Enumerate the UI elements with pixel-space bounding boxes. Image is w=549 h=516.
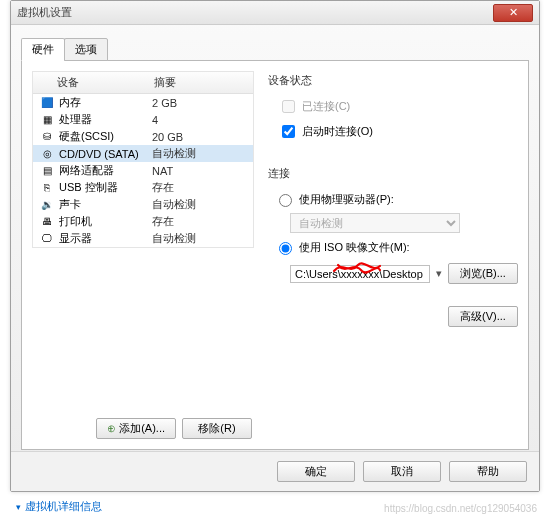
iso-path-input[interactable] [290, 265, 430, 283]
col-summary: 摘要 [148, 72, 182, 93]
device-summary: 20 GB [148, 131, 253, 143]
printer-icon: 🖶 [39, 215, 55, 229]
device-summary: 存在 [148, 180, 253, 195]
close-button[interactable]: ✕ [493, 4, 533, 22]
device-name: 硬盘(SCSI) [59, 129, 114, 144]
table-body: 🟦内存2 GB▦处理器4⛁硬盘(SCSI)20 GB◎CD/DVD (SATA)… [33, 94, 253, 247]
connect-on-label: 启动时连接(O) [302, 124, 373, 139]
connected-label: 已连接(C) [302, 99, 350, 114]
iso-label: 使用 ISO 映像文件(M): [299, 240, 410, 255]
watermark: https://blog.csdn.net/cg129054036 [384, 503, 537, 514]
device-name: USB 控制器 [59, 180, 118, 195]
iso-radio[interactable] [279, 242, 292, 255]
add-device-button[interactable]: ⊕ 添加(A)... [96, 418, 176, 439]
device-summary: 存在 [148, 214, 253, 229]
left-column: 设备 摘要 🟦内存2 GB▦处理器4⛁硬盘(SCSI)20 GB◎CD/DVD … [32, 71, 254, 439]
device-summary: 自动检测 [148, 231, 253, 246]
right-column: 设备状态 已连接(C) 启动时连接(O) 连接 使用物理驱动器(P): [268, 71, 518, 439]
table-row[interactable]: 🖵显示器自动检测 [33, 230, 253, 247]
device-summary: 自动检测 [148, 146, 253, 161]
titlebar: 虚拟机设置 ✕ [11, 1, 539, 25]
phys-drive-select: 自动检测 [290, 213, 460, 233]
ok-button[interactable]: 确定 [277, 461, 355, 482]
close-icon: ✕ [509, 6, 518, 18]
connect-on-checkbox-row[interactable]: 启动时连接(O) [278, 121, 518, 142]
device-name: 显示器 [59, 231, 92, 246]
table-row[interactable]: ▦处理器4 [33, 111, 253, 128]
browse-button[interactable]: 浏览(B)... [448, 263, 518, 284]
device-name: 处理器 [59, 112, 92, 127]
tab-options[interactable]: 选项 [64, 38, 108, 61]
tab-hardware[interactable]: 硬件 [21, 38, 65, 61]
add-icon: ⊕ [107, 422, 116, 434]
vm-detail-link[interactable]: ▾虚拟机详细信息 [16, 499, 102, 514]
connect-on-checkbox[interactable] [282, 125, 295, 138]
memory-icon: 🟦 [39, 96, 55, 110]
tab-strip: 硬件 选项 [21, 38, 529, 61]
phys-drive-radio[interactable] [279, 194, 292, 207]
device-summary: 4 [148, 114, 253, 126]
triangle-icon: ▾ [16, 502, 21, 512]
advanced-row: 高级(V)... [268, 306, 518, 327]
device-name: CD/DVD (SATA) [59, 148, 139, 160]
cpu-icon: ▦ [39, 113, 55, 127]
device-name: 打印机 [59, 214, 92, 229]
display-icon: 🖵 [39, 232, 55, 246]
dialog-button-bar: 确定 取消 帮助 [11, 451, 539, 491]
status-title: 设备状态 [268, 73, 518, 88]
window-title: 虚拟机设置 [17, 5, 72, 20]
device-table: 设备 摘要 🟦内存2 GB▦处理器4⛁硬盘(SCSI)20 GB◎CD/DVD … [32, 71, 254, 248]
connection-title: 连接 [268, 166, 518, 181]
device-summary: 2 GB [148, 97, 253, 109]
connected-checkbox-row: 已连接(C) [278, 96, 518, 117]
col-device: 设备 [33, 72, 148, 93]
nic-icon: ▤ [39, 164, 55, 178]
device-name: 网络适配器 [59, 163, 114, 178]
device-summary: NAT [148, 165, 253, 177]
table-row[interactable]: ▤网络适配器NAT [33, 162, 253, 179]
remove-device-button[interactable]: 移除(R) [182, 418, 252, 439]
table-row[interactable]: 🖶打印机存在 [33, 213, 253, 230]
sound-icon: 🔉 [39, 198, 55, 212]
inner-area: 硬件 选项 设备 摘要 🟦内存2 GB▦处理器4⛁硬盘(SCSI)20 GB◎C… [21, 37, 529, 449]
device-name: 内存 [59, 95, 81, 110]
cd-icon: ◎ [39, 147, 55, 161]
table-row[interactable]: 🟦内存2 GB [33, 94, 253, 111]
table-row[interactable]: ◎CD/DVD (SATA)自动检测 [33, 145, 253, 162]
connected-checkbox [282, 100, 295, 113]
hw-button-row: ⊕ 添加(A)... 移除(R) [32, 412, 254, 439]
phys-drive-radio-row[interactable]: 使用物理驱动器(P): [274, 189, 518, 209]
iso-radio-row[interactable]: 使用 ISO 映像文件(M): [274, 237, 518, 257]
hdd-icon: ⛁ [39, 130, 55, 144]
dropdown-icon[interactable]: ▾ [436, 267, 442, 280]
usb-icon: ⎘ [39, 181, 55, 195]
cancel-button[interactable]: 取消 [363, 461, 441, 482]
vm-settings-window: 虚拟机设置 ✕ 硬件 选项 设备 摘要 🟦内存2 GB▦处理器4⛁硬盘(SCSI… [10, 0, 540, 492]
iso-input-row: ▾ 浏览(B)... [290, 263, 518, 284]
hardware-pane: 设备 摘要 🟦内存2 GB▦处理器4⛁硬盘(SCSI)20 GB◎CD/DVD … [21, 60, 529, 450]
phys-drive-label: 使用物理驱动器(P): [299, 192, 394, 207]
help-button[interactable]: 帮助 [449, 461, 527, 482]
table-header: 设备 摘要 [33, 72, 253, 94]
advanced-button[interactable]: 高级(V)... [448, 306, 518, 327]
table-row[interactable]: 🔉声卡自动检测 [33, 196, 253, 213]
table-row[interactable]: ⛁硬盘(SCSI)20 GB [33, 128, 253, 145]
device-name: 声卡 [59, 197, 81, 212]
device-summary: 自动检测 [148, 197, 253, 212]
table-row[interactable]: ⎘USB 控制器存在 [33, 179, 253, 196]
